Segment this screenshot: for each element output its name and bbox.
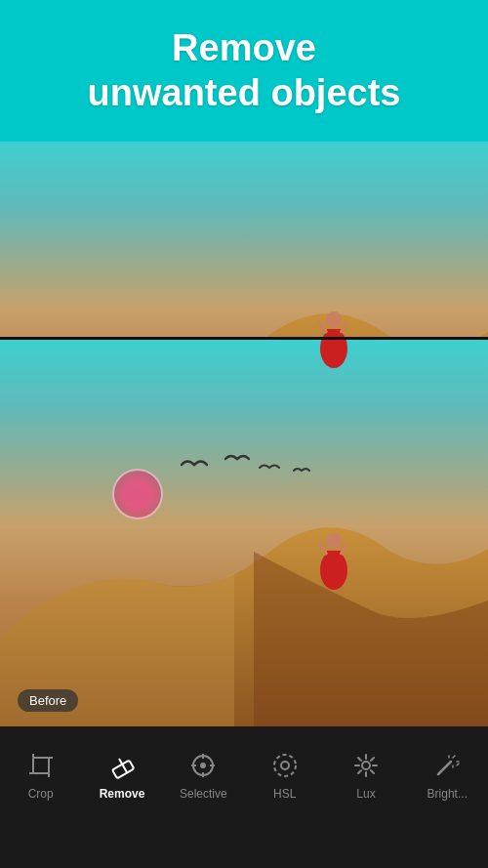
tool-brightness[interactable]: Bright... <box>413 744 481 806</box>
svg-rect-15 <box>112 761 134 779</box>
svg-point-24 <box>281 762 289 769</box>
tool-selective[interactable]: Selective <box>169 744 237 806</box>
svg-line-39 <box>457 764 459 765</box>
remove-icon <box>106 750 138 781</box>
svg-line-26 <box>371 758 374 761</box>
bird-4 <box>293 466 310 475</box>
crop-icon <box>25 750 57 781</box>
selective-label: Selective <box>180 787 227 801</box>
selective-icon <box>187 750 219 781</box>
remove-label: Remove <box>100 787 145 801</box>
panel-separator <box>0 337 488 340</box>
lux-label: Lux <box>356 787 375 801</box>
hsl-icon <box>269 750 301 781</box>
toolbar: Crop Remove Selective <box>0 726 488 868</box>
svg-line-8 <box>318 543 327 555</box>
svg-line-3 <box>318 321 327 333</box>
bird-3 <box>259 462 280 474</box>
svg-line-9 <box>341 545 346 555</box>
person-figure-before <box>314 521 353 595</box>
svg-rect-10 <box>33 758 49 773</box>
svg-line-35 <box>453 756 455 758</box>
brush-circle <box>112 469 163 519</box>
tool-hsl[interactable]: HSL <box>251 744 319 806</box>
header-title: Remove unwanted objects <box>88 26 401 115</box>
svg-point-7 <box>326 533 342 549</box>
crop-label: Crop <box>28 787 54 801</box>
hsl-label: HSL <box>273 787 296 801</box>
svg-line-28 <box>371 770 374 773</box>
header: Remove unwanted objects <box>0 0 488 142</box>
svg-line-4 <box>341 323 346 333</box>
svg-point-33 <box>362 762 370 769</box>
tool-lux[interactable]: Lux <box>332 744 400 806</box>
brightness-icon <box>431 750 463 781</box>
tool-crop[interactable]: Crop <box>7 744 75 806</box>
brightness-label: Bright... <box>427 787 468 801</box>
bird-1 <box>181 457 208 473</box>
svg-point-2 <box>326 311 342 327</box>
birds-container <box>151 452 346 501</box>
svg-rect-1 <box>327 329 341 351</box>
bird-2 <box>224 452 250 466</box>
before-badge: Before <box>18 689 78 712</box>
svg-line-29 <box>358 770 361 773</box>
svg-line-34 <box>438 762 451 774</box>
lux-icon <box>350 750 382 781</box>
svg-line-25 <box>358 758 361 761</box>
svg-rect-6 <box>327 551 341 572</box>
before-panel: Before <box>0 340 488 729</box>
tool-remove[interactable]: Remove <box>88 744 156 806</box>
svg-point-18 <box>200 763 206 768</box>
svg-point-23 <box>274 755 296 776</box>
